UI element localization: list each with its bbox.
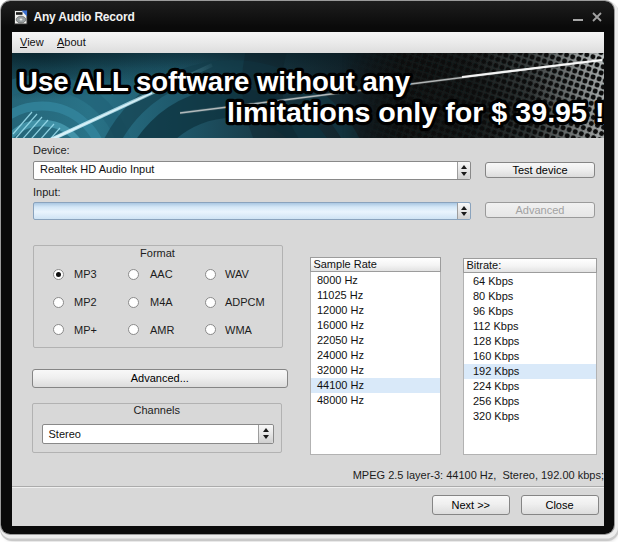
svg-text:Use ALL software without any: Use ALL software without any	[18, 66, 410, 97]
svg-text:limitations only for $ 39.95 !: limitations only for $ 39.95 !	[227, 97, 604, 128]
